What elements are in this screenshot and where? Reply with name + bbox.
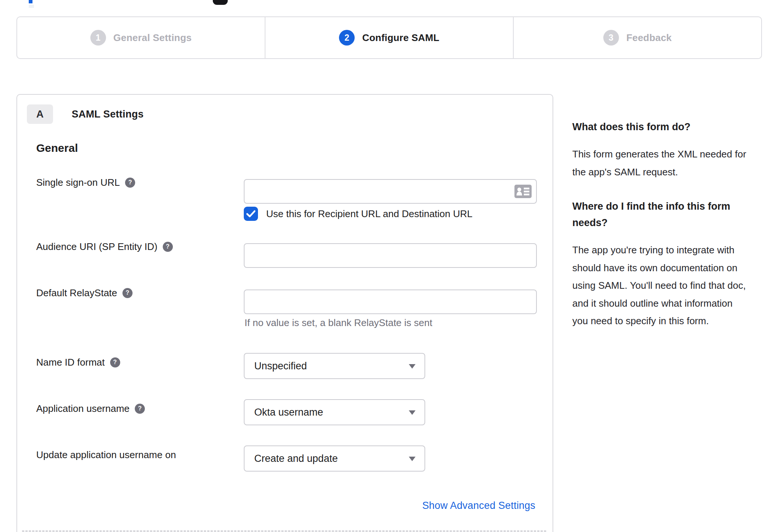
application-username-select[interactable]: Okta username (244, 399, 425, 425)
default-relaystate-label: Default RelayState ? (36, 287, 234, 299)
step-1-label: General Settings (113, 32, 192, 44)
name-id-format-label: Name ID format ? (36, 356, 234, 369)
help-paragraph-where: The app you're trying to integrate with … (572, 241, 747, 330)
audience-uri-help-icon[interactable]: ? (163, 242, 173, 252)
step-general-settings[interactable]: 1 General Settings (17, 17, 265, 58)
section-title: SAML Settings (72, 109, 144, 120)
name-id-format-value: Unspecified (254, 360, 307, 372)
saml-settings-panel: A SAML Settings General Single sign-on U… (16, 94, 553, 532)
name-id-format-select[interactable]: Unspecified (244, 353, 425, 379)
chevron-down-icon (409, 410, 416, 415)
check-icon (246, 210, 255, 218)
update-app-username-value: Create and update (254, 453, 338, 464)
default-relaystate-input[interactable] (244, 290, 537, 314)
section-dashed-divider (22, 531, 546, 532)
contact-card-icon[interactable] (514, 185, 532, 198)
cutoff-logo-fragment-blue (29, 0, 32, 3)
help-heading-what: What does this form do? (572, 119, 747, 135)
application-username-value: Okta username (254, 407, 323, 418)
wizard-stepper: 1 General Settings 2 Configure SAML 3 Fe… (16, 16, 762, 59)
update-app-username-select[interactable]: Create and update (244, 445, 425, 472)
step-2-number: 2 (339, 30, 355, 46)
audience-uri-input[interactable] (244, 243, 537, 268)
help-heading-where: Where do I find the info this form needs… (572, 198, 747, 231)
sso-url-label: Single sign-on URL ? (36, 176, 234, 189)
help-sidebar: What does this form do? This form genera… (572, 119, 747, 347)
default-relaystate-help-icon[interactable]: ? (122, 288, 133, 298)
recipient-url-checkbox-label[interactable]: Use this for Recipient URL and Destinati… (266, 208, 473, 220)
relaystate-helper-text: If no value is set, a blank RelayState i… (245, 317, 432, 329)
step-3-label: Feedback (626, 32, 672, 44)
step-feedback[interactable]: 3 Feedback (513, 17, 761, 58)
name-id-format-help-icon[interactable]: ? (110, 357, 120, 367)
cutoff-icon-fragment-black (213, 0, 228, 5)
sso-url-help-icon[interactable]: ? (125, 178, 135, 188)
step-1-number: 1 (90, 30, 106, 46)
application-username-label: Application username ? (36, 402, 234, 415)
section-header: A SAML Settings (27, 104, 144, 124)
help-paragraph-what: This form generates the XML needed for t… (572, 145, 747, 181)
update-app-username-label: Update application username on (36, 448, 234, 461)
sso-url-input[interactable] (244, 179, 537, 204)
step-configure-saml[interactable]: 2 Configure SAML (265, 17, 513, 58)
chevron-down-icon (409, 364, 416, 369)
step-3-number: 3 (603, 30, 619, 46)
chevron-down-icon (409, 457, 416, 461)
recipient-url-checkbox[interactable] (244, 207, 258, 221)
step-2-label: Configure SAML (362, 32, 439, 44)
section-letter-badge: A (27, 104, 53, 124)
general-group-heading: General (36, 142, 78, 154)
sso-url-input-wrap (244, 179, 537, 204)
cutoff-logo-fragment-ghost (29, 5, 34, 8)
show-advanced-settings-link[interactable]: Show Advanced Settings (422, 500, 535, 511)
application-username-help-icon[interactable]: ? (135, 404, 145, 414)
audience-uri-label: Audience URI (SP Entity ID) ? (36, 240, 234, 253)
recipient-url-checkbox-row: Use this for Recipient URL and Destinati… (244, 207, 473, 221)
